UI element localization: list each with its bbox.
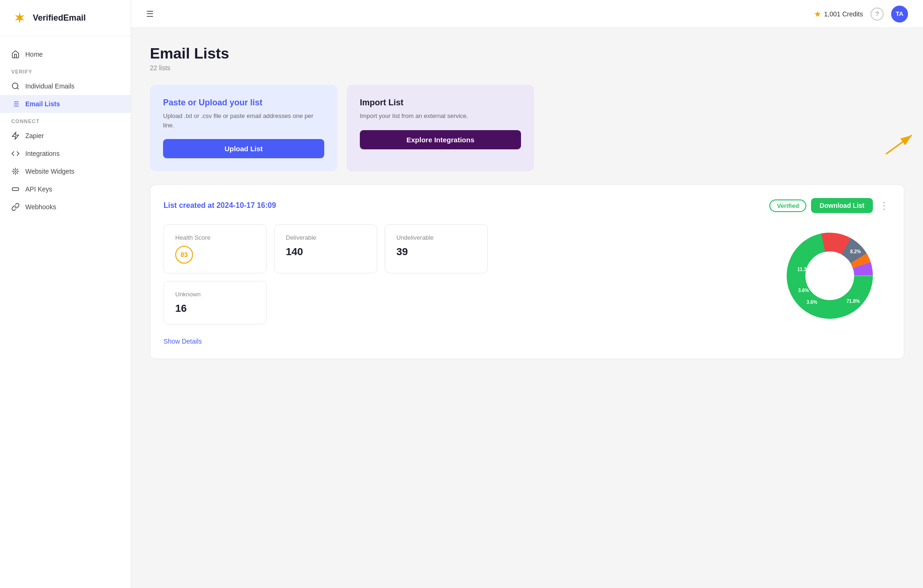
stats-section: Health Score 83 Deliverable 140 Undelive… (164, 224, 769, 345)
asterisk-icon (11, 167, 20, 176)
topbar-right: ★ 1,001 Credits ? TA (814, 6, 908, 22)
action-cards: Paste or Upload your list Upload .txt or… (150, 85, 904, 171)
sidebar-item-individual-emails-label: Individual Emails (25, 82, 74, 90)
page-subtitle: 22 lists (150, 64, 904, 72)
download-list-button[interactable]: Download List (811, 198, 873, 213)
svg-line-2 (17, 88, 18, 89)
page-title: Email Lists (150, 45, 904, 62)
sidebar-item-api-keys[interactable]: API Keys (0, 180, 131, 198)
api-icon (11, 185, 20, 193)
svg-point-1 (12, 83, 18, 88)
search-icon (11, 82, 20, 90)
sidebar-logo: VerifiedEmail (0, 0, 131, 36)
undeliverable-label: Undeliverable (396, 234, 476, 241)
import-card-title: Import List (360, 98, 521, 108)
chart-label-risky: 3.6% (798, 288, 809, 293)
sidebar-item-zapier-label: Zapier (25, 132, 44, 140)
sidebar-item-individual-emails[interactable]: Individual Emails (0, 77, 131, 95)
chart-center-hole (806, 252, 853, 299)
sidebar-section-connect: CONNECT (0, 113, 131, 127)
upload-card: Paste or Upload your list Upload .txt or… (150, 85, 337, 171)
svg-line-16 (13, 172, 15, 174)
stats-row-bottom: Unknown 16 (164, 281, 769, 324)
list-card: List created at 2024-10-17 16:09 Verifie… (150, 184, 904, 359)
sidebar-item-webhooks-label: Webhooks (25, 203, 56, 211)
sidebar-item-email-lists[interactable]: Email Lists (0, 95, 131, 113)
sidebar-item-home[interactable]: Home (0, 45, 131, 63)
chart-label-unknown: 8.2% (850, 249, 861, 254)
health-score-card: Health Score 83 (164, 224, 267, 273)
list-actions: Verified Download List ⋮ (769, 198, 891, 213)
code-icon (11, 149, 20, 158)
list-card-body: Health Score 83 Deliverable 140 Undelive… (164, 224, 891, 345)
undeliverable-value: 39 (396, 246, 476, 258)
explore-integrations-button[interactable]: Explore Integrations (360, 130, 521, 149)
brand-name: VerifiedEmail (33, 13, 86, 23)
webhooks-icon (11, 203, 20, 211)
upload-card-description: Upload .txt or .csv file or paste email … (163, 111, 324, 130)
chart-label-duplicate: 3.6% (807, 300, 818, 305)
chart-label-deliverable: 71.8% (847, 299, 860, 304)
menu-toggle-button[interactable]: ☰ (146, 9, 154, 19)
verified-badge: Verified (769, 199, 806, 212)
list-card-header: List created at 2024-10-17 16:09 Verifie… (164, 198, 891, 213)
coin-icon: ★ (814, 9, 821, 19)
help-button[interactable]: ? (871, 7, 884, 21)
list-title-link[interactable]: List created at 2024-10-17 16:09 (164, 201, 276, 210)
undeliverable-card: Undeliverable 39 (385, 224, 488, 273)
credits-label: 1,001 Credits (824, 10, 863, 18)
credits-display: ★ 1,001 Credits (814, 9, 863, 19)
more-options-button[interactable]: ⋮ (878, 200, 891, 211)
chart-label-undeliverable: 11.3% (797, 267, 811, 272)
import-card-description: Import your list from an external servic… (360, 111, 521, 121)
svg-point-9 (15, 171, 16, 172)
sidebar-item-website-widgets[interactable]: Website Widgets (0, 162, 131, 180)
sidebar-item-api-keys-label: API Keys (25, 185, 52, 193)
deliverable-card: Deliverable 140 (274, 224, 377, 273)
sidebar-item-email-lists-label: Email Lists (25, 100, 60, 108)
topbar: ☰ ★ 1,001 Credits ? TA (131, 0, 923, 28)
stats-row-top: Health Score 83 Deliverable 140 Undelive… (164, 224, 769, 273)
show-details-link[interactable]: Show Details (164, 338, 202, 345)
chart-section: 8.2% 11.3% 3.6% 3.6% 71.8% (778, 224, 891, 329)
sidebar-section-verify: VERIFY (0, 63, 131, 77)
upload-card-title: Paste or Upload your list (163, 98, 324, 108)
sidebar-item-integrations[interactable]: Integrations (0, 145, 131, 162)
list-icon (11, 100, 20, 108)
donut-chart: 8.2% 11.3% 3.6% 3.6% 71.8% (778, 224, 881, 327)
topbar-left: ☰ (146, 9, 154, 19)
import-card: Import List Import your list from an ext… (347, 85, 534, 171)
sidebar-item-zapier[interactable]: Zapier (0, 127, 131, 145)
deliverable-label: Deliverable (286, 234, 365, 241)
health-score-value: 83 (175, 246, 193, 264)
page-content: Email Lists 22 lists Paste or Upload you… (131, 28, 923, 588)
svg-line-12 (13, 169, 15, 170)
home-icon (11, 50, 20, 59)
unknown-value: 16 (175, 302, 255, 315)
main-content: ☰ ★ 1,001 Credits ? TA Email Lists 22 li… (131, 0, 923, 588)
svg-line-17 (16, 169, 18, 170)
sidebar: VerifiedEmail Home VERIFY Individual Ema… (0, 0, 131, 588)
avatar[interactable]: TA (891, 6, 908, 22)
svg-line-13 (16, 172, 18, 174)
zapier-icon (11, 132, 20, 140)
unknown-card: Unknown 16 (164, 281, 267, 324)
sidebar-item-website-widgets-label: Website Widgets (25, 168, 74, 175)
unknown-label: Unknown (175, 291, 255, 298)
sidebar-navigation: Home VERIFY Individual Emails (0, 36, 131, 225)
health-score-label: Health Score (175, 234, 255, 241)
sidebar-item-integrations-label: Integrations (25, 150, 60, 157)
deliverable-value: 140 (286, 246, 365, 258)
sidebar-item-webhooks[interactable]: Webhooks (0, 198, 131, 216)
upload-list-button[interactable]: Upload List (163, 139, 324, 158)
logo-icon (11, 9, 28, 26)
sidebar-item-home-label: Home (25, 51, 43, 58)
